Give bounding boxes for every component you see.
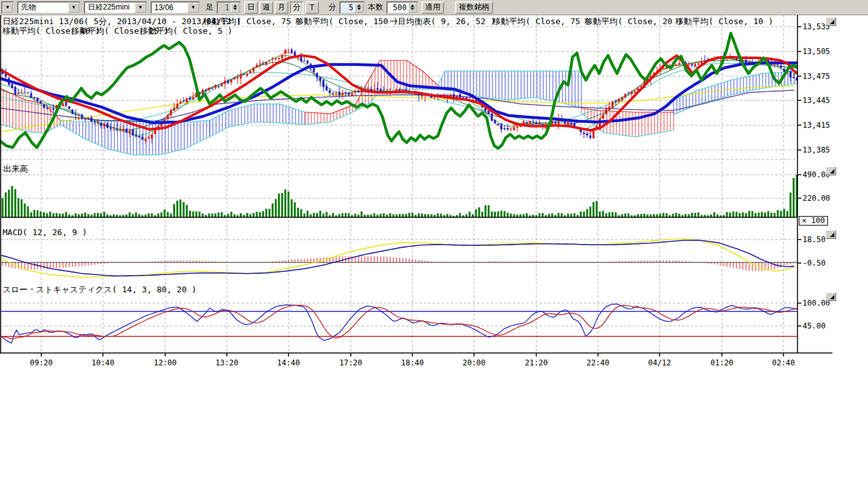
period-button-週[interactable]: 週 xyxy=(259,1,273,14)
contract-month-value: 13/06 xyxy=(152,3,187,12)
apply-button[interactable]: 適用 xyxy=(421,1,444,14)
axis-tick-label: 13,475 xyxy=(803,72,830,81)
stoch-pane-label: スロー・ストキャスティクス( 14, 3, 80, 20 ) xyxy=(3,284,196,295)
time-axis-label: 12:00 xyxy=(154,358,177,367)
bar-interval-value: 1 xyxy=(218,3,231,13)
toolbar: ▼ 先物 ▼ 日経225mini ▼ 13/06 ▼ 足 1 日週月分T 分 5… xyxy=(0,0,868,15)
resize-corner-icon xyxy=(830,233,834,237)
time-axis-label: 14:40 xyxy=(277,358,300,367)
pane-collapse-button-volume[interactable] xyxy=(825,166,836,175)
legend-item: 一目均衡表( 9, 26, 52 ) xyxy=(390,16,496,27)
bar-interval-spinner[interactable]: 1 xyxy=(217,1,241,14)
axis-tick-label: 13,415 xyxy=(803,121,830,130)
minute-label: 分 xyxy=(329,2,336,13)
contract-month-combo[interactable]: 13/06 ▼ xyxy=(151,1,200,14)
combo-arrow-icon[interactable]: ▼ xyxy=(68,3,79,13)
time-axis-label: 10:40 xyxy=(92,358,114,367)
multi-symbol-button[interactable]: 複数銘柄 xyxy=(455,1,493,14)
time-axis-label: 01:20 xyxy=(710,358,733,367)
time-axis-label: 04/12 xyxy=(648,358,671,367)
trading-app-window: { "toolbar": { "instrument_type": "先物", … xyxy=(0,0,868,488)
resize-corner-icon xyxy=(830,20,834,24)
time-axis-label: 17:20 xyxy=(339,358,362,367)
spinner-arrows-icon[interactable] xyxy=(231,3,240,13)
resize-corner-icon xyxy=(830,169,834,173)
legend-item: 移動平均( Close, 75 ) xyxy=(492,16,590,27)
volume-multiplier-badge: × 100 xyxy=(799,216,828,226)
period-button-分[interactable]: 分 xyxy=(290,1,304,14)
pane-collapse-button-macd[interactable] xyxy=(825,230,836,238)
period-button-T[interactable]: T xyxy=(305,1,319,14)
spinner-arrows-icon[interactable] xyxy=(355,3,363,13)
legend-item: 移動平均( Close, 150 ) xyxy=(295,16,398,27)
axis-tick-label: 13,505 xyxy=(803,47,830,56)
time-axis-label: 22:40 xyxy=(587,358,609,367)
axis-tick-label: -0.50 xyxy=(803,259,825,268)
time-axis-label: 18:40 xyxy=(401,358,424,367)
macd-pane-label: MACD( 12, 26, 9 ) xyxy=(3,227,87,237)
time-axis-label: 21:20 xyxy=(525,358,548,367)
minute-value: 5 xyxy=(341,3,355,13)
pane-collapse-button-price[interactable] xyxy=(825,17,836,25)
quick-select-combo[interactable]: ▼ xyxy=(1,1,14,14)
time-axis-label: 20:00 xyxy=(463,358,485,367)
instrument-type-value: 先物 xyxy=(18,2,68,13)
pane-collapse-button-stoch[interactable] xyxy=(825,292,836,301)
combo-arrow-icon[interactable]: ▼ xyxy=(3,3,13,13)
spinner-arrows-icon[interactable] xyxy=(408,3,417,13)
time-axis-label: 13:20 xyxy=(215,358,238,367)
period-button-月[interactable]: 月 xyxy=(275,1,288,14)
chart-canvas[interactable]: 13,53513,50513,47513,44513,41513,385490.… xyxy=(0,0,868,370)
bar-label: 足 xyxy=(206,2,214,13)
period-button-group: 日週月分T xyxy=(244,1,319,14)
period-button-日[interactable]: 日 xyxy=(244,1,258,14)
count-label: 本数 xyxy=(368,2,383,13)
axis-tick-label: 13,385 xyxy=(803,146,830,154)
resize-corner-icon xyxy=(830,295,834,299)
time-axis-label: 02:40 xyxy=(772,358,795,367)
legend-item: 移動平均( Close, 10 ) xyxy=(675,16,773,27)
axis-tick-label: 220.00 xyxy=(803,194,830,203)
minute-spinner[interactable]: 5 xyxy=(339,1,365,14)
legend-item: 移動平均( Close, 5 ) xyxy=(140,25,233,37)
instrument-combo[interactable]: 日経225mini ▼ xyxy=(84,1,147,14)
instrument-type-combo[interactable]: 先物 ▼ xyxy=(17,1,81,14)
combo-arrow-icon[interactable]: ▼ xyxy=(187,3,199,13)
legend-item: 移動平均( Close, 20 ) xyxy=(585,16,682,27)
time-axis-label: 09:20 xyxy=(30,358,53,367)
count-spinner[interactable]: 500 xyxy=(386,1,418,14)
volume-pane-label: 出来高 xyxy=(3,163,28,175)
combo-arrow-icon[interactable]: ▼ xyxy=(135,3,146,13)
instrument-value: 日経225mini xyxy=(85,2,135,13)
axis-tick-label: 18.50 xyxy=(803,235,825,244)
axis-tick-label: 45.00 xyxy=(803,322,825,330)
count-value: 500 xyxy=(388,3,408,13)
axis-tick-label: 13,445 xyxy=(803,96,830,105)
